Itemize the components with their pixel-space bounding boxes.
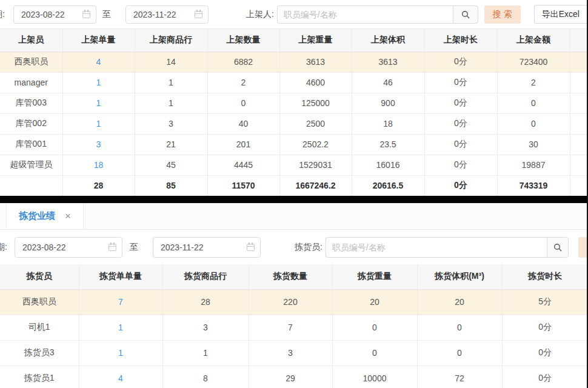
cell: 0分 <box>424 93 497 113</box>
pick-date-from[interactable] <box>15 237 122 258</box>
column-header: 拣货体积(M³) <box>417 264 502 289</box>
cell-order-count-link[interactable]: 1 <box>79 340 162 366</box>
shelf-person-input[interactable] <box>277 5 453 24</box>
cell: 10000 <box>332 366 417 388</box>
cell: 743319 <box>497 175 570 196</box>
cell-order-count-link[interactable]: 1 <box>62 113 135 134</box>
cell: 2500 <box>279 113 352 134</box>
column-header: 上架时长 <box>424 29 497 52</box>
cell: 11570 <box>207 175 279 196</box>
shelf-date-from-input[interactable] <box>21 10 82 19</box>
shelf-table: 上架员 上架单量 上架商品行 上架数量 上架重量 上架体积 上架时长 上架金额 … <box>0 29 588 196</box>
search-icon <box>461 10 470 19</box>
shelf-search-icon-button[interactable] <box>453 5 478 24</box>
pick-panel: 拣货业绩 × 拣货日期: 至 拣货员: <box>0 203 588 388</box>
cell: 3613 <box>279 52 352 72</box>
cell: 125000 <box>279 93 352 113</box>
shelf-person-label: 上架人: <box>246 9 274 20</box>
cell: 2 <box>207 72 279 93</box>
cell: 5分 <box>502 289 588 315</box>
cell-order-count-link[interactable]: 1 <box>62 72 135 93</box>
cell: 0 <box>497 113 570 134</box>
cell: 0 <box>207 93 279 113</box>
cell: 3 <box>249 340 332 366</box>
cell-name: 库管001 <box>0 134 62 155</box>
cell-filler <box>570 175 588 196</box>
cell-name: 库管002 <box>0 113 62 134</box>
cell: 0分 <box>424 52 497 72</box>
cell: 3 <box>162 315 249 340</box>
table-row: 西奥职员 4 14 6882 3613 3613 0分 723400 <box>0 52 588 72</box>
cell: 20616.5 <box>352 175 424 196</box>
cell: 0 <box>332 340 417 366</box>
cell-name: 拣货员1 <box>0 366 79 388</box>
pick-search-icon-button[interactable] <box>547 237 569 258</box>
cell: 18 <box>352 113 424 134</box>
search-icon <box>553 242 563 252</box>
window-divider <box>0 196 588 203</box>
shelf-date-to[interactable] <box>125 5 209 24</box>
export-excel-button[interactable]: 导出Excel <box>534 5 587 24</box>
cell: 72 <box>417 366 502 388</box>
date-range-to-label: 至 <box>102 9 111 20</box>
cell: 1529031 <box>279 155 352 175</box>
cell: 0分 <box>502 340 588 366</box>
shelf-table-header-row: 上架员 上架单量 上架商品行 上架数量 上架重量 上架体积 上架时长 上架金额 <box>0 29 588 52</box>
cell-name: 西奥职员 <box>0 52 62 72</box>
table-row: 库管003 1 1 0 125000 900 0分 0 <box>0 93 588 113</box>
cell: 0分 <box>424 155 497 175</box>
cell: 7 <box>249 315 332 340</box>
pick-filter-bar: 拣货日期: 至 拣货员: <box>0 230 588 264</box>
cell: 8 <box>162 366 249 388</box>
cell: 4600 <box>279 72 352 93</box>
pick-person-input[interactable] <box>326 237 547 258</box>
cell: 3613 <box>352 52 424 72</box>
column-header: 上架重量 <box>279 29 352 52</box>
cell: 6882 <box>207 52 279 72</box>
close-icon[interactable]: × <box>65 211 71 221</box>
shelf-date-label: 上架日期: <box>0 9 5 20</box>
tab-bar: 拣货业绩 × <box>0 203 588 230</box>
cell-order-count-link[interactable]: 4 <box>62 52 135 72</box>
calendar-icon <box>82 11 90 18</box>
column-header: 拣货时长 <box>502 264 588 289</box>
cell: 21 <box>135 134 207 155</box>
cell: 45 <box>135 155 207 175</box>
pick-table-header-row: 拣货员 拣货单单量 拣货商品行 拣货数量 拣货重量 拣货体积(M³) 拣货时长 <box>0 264 588 289</box>
shelf-filter-bar: 上架日期: 至 上架人: 搜索 导出Excel <box>0 0 588 29</box>
column-header: 上架商品行 <box>135 29 207 52</box>
cell: 0分 <box>502 315 588 340</box>
column-header: 上架金额 <box>497 29 570 52</box>
cell: 0 <box>332 315 417 340</box>
pick-date-to[interactable] <box>153 237 261 258</box>
tab-picking-performance[interactable]: 拣货业绩 × <box>6 203 84 229</box>
pick-date-to-input[interactable] <box>161 242 247 252</box>
cell: 0 <box>497 93 570 113</box>
table-row: 库管002 1 3 40 2500 18 0分 0 <box>0 113 588 134</box>
shelf-date-to-input[interactable] <box>133 10 195 19</box>
table-total-row: 28 85 11570 1667246.2 20616.5 0分 743319 <box>0 175 588 196</box>
column-header: 上架体积 <box>352 29 424 52</box>
pick-date-from-input[interactable] <box>22 242 109 252</box>
shelf-date-from[interactable] <box>13 5 96 24</box>
cell-order-count-link[interactable]: 7 <box>79 289 162 315</box>
cell-order-count-link[interactable]: 18 <box>62 155 135 175</box>
cell-order-count-link[interactable]: 3 <box>62 134 135 155</box>
cell <box>0 175 62 196</box>
cell: 14 <box>135 52 207 72</box>
cell-order-count-link[interactable]: 4 <box>79 366 162 388</box>
cell: 4445 <box>207 155 279 175</box>
cell: 201 <box>207 134 279 155</box>
cell: 20 <box>417 289 502 315</box>
cell: 0 <box>417 315 502 340</box>
table-row: 库管001 3 21 201 2502.2 23.5 0分 30 <box>0 134 588 155</box>
cell: 46 <box>352 72 424 93</box>
column-header: 拣货重量 <box>332 264 417 289</box>
cell-order-count-link[interactable]: 1 <box>62 93 135 113</box>
table-row: manager 1 1 2 4600 46 0分 2 <box>0 72 588 93</box>
cell: 1 <box>135 72 207 93</box>
shelf-search-button[interactable]: 搜索 <box>484 5 521 24</box>
cell: 20 <box>332 289 417 315</box>
cell-order-count-link[interactable]: 1 <box>79 315 162 340</box>
cell: 1 <box>162 340 249 366</box>
